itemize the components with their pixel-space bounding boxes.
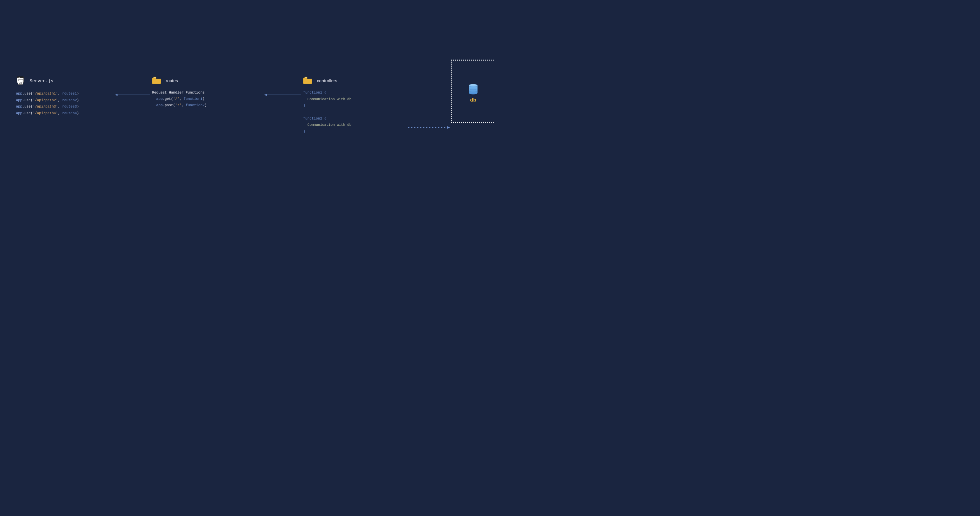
svg-rect-7 (305, 77, 307, 78)
controller-fn-close: } (303, 129, 352, 135)
controller-fn-decl: function2 { (303, 116, 352, 122)
controllers-heading: controllers (303, 76, 352, 85)
server-line: app.use('/api/path2', routes2) (16, 97, 79, 103)
routes-column: routes Request Handler Functions app.get… (152, 76, 207, 108)
routes-heading: routes (152, 76, 207, 85)
controller-fn-body: Communication with db (303, 122, 352, 128)
svg-marker-10 (115, 94, 118, 96)
file-js-icon: JS (16, 76, 25, 86)
folder-icon (152, 76, 161, 85)
server-line: app.use('/api/path4', routes4) (16, 110, 79, 116)
svg-point-2 (18, 77, 18, 78)
folder-icon (303, 76, 313, 85)
server-code: app.use('/api/path1', routes1) app.use('… (16, 91, 79, 116)
routes-header-text: Request Handler Functions (152, 89, 207, 96)
controller-fn-body: Communication with db (303, 96, 352, 102)
server-line: app.use('/api/path1', routes1) (16, 91, 79, 97)
db-label: db (452, 97, 494, 102)
blank-line (303, 109, 352, 115)
svg-marker-12 (447, 126, 450, 129)
routes-line: app.post('/', function2) (152, 102, 207, 108)
database-icon (468, 84, 478, 97)
routes-line: app.get('/', function1) (152, 96, 207, 102)
controllers-title: controllers (317, 78, 337, 83)
svg-text:JS: JS (19, 82, 22, 84)
controller-fn-decl: function1 { (303, 89, 352, 96)
db-container: db (451, 60, 494, 123)
routes-title: routes (166, 78, 178, 83)
controller-fn-close: } (303, 102, 352, 109)
svg-marker-11 (264, 94, 267, 96)
server-title: Server.js (30, 78, 53, 84)
controllers-column: controllers function1 { Communication wi… (303, 76, 352, 135)
svg-point-4 (19, 77, 20, 78)
svg-rect-6 (153, 77, 156, 78)
svg-point-3 (19, 77, 19, 78)
server-heading: JS Server.js (16, 76, 79, 86)
server-line: app.use('/api/path3', routes3) (16, 104, 79, 110)
server-column: JS Server.js app.use('/api/path1', route… (16, 76, 79, 116)
arrows-layer (0, 0, 490, 258)
